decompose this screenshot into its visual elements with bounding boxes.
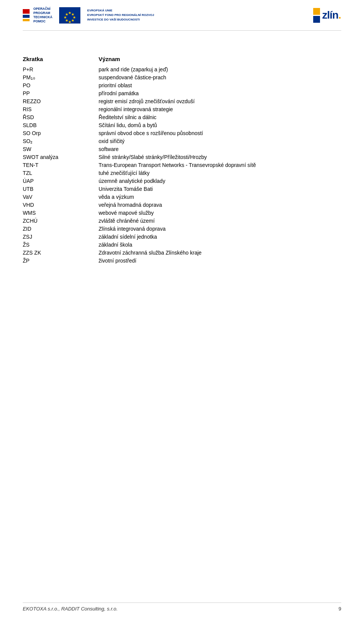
table-row: SO₂oxid siřičitý (23, 137, 341, 145)
table-row: ŘSDŘeditelství silnic a dálnic (23, 113, 341, 121)
table-row: VHDveřejná hromadná doprava (23, 201, 341, 209)
page: OPERAČNÍ PROGRAM TECHNICKÁ POMOC ★ (0, 0, 364, 623)
meaning-cell: regionální integrovaná strategie (99, 105, 341, 113)
table-row: ZIDZlínská integrovaná doprava (23, 225, 341, 233)
table-row: REZZOregistr emisí zdrojů znečišťování o… (23, 97, 341, 105)
main-content: Zkratka Význam P+Rpark and ride (zaparku… (23, 42, 341, 264)
table-row: SWOT analýzaSilné stránky/Slabé stránky/… (23, 153, 341, 161)
meaning-cell: Ředitelství silnic a dálnic (99, 113, 341, 121)
footer-company: EKOTOXA s.r.o., RADDIT Consulting, s.r.o… (23, 606, 118, 612)
logo-optp: OPERAČNÍ PROGRAM TECHNICKÁ POMOC (23, 7, 52, 24)
table-row: TZLtuhé znečišťující látky (23, 169, 341, 177)
square-yellow (313, 8, 320, 15)
abbr-cell: REZZO (23, 97, 99, 105)
logo-optp-text: OPERAČNÍ PROGRAM TECHNICKÁ POMOC (33, 7, 52, 24)
table-row: ŽPživotní prostředí (23, 256, 341, 264)
table-row: WMSwebové mapové služby (23, 209, 341, 217)
table-row: ZSJzákladní sídelní jednotka (23, 233, 341, 241)
meaning-cell: Zlínská integrovaná doprava (99, 225, 341, 233)
header: OPERAČNÍ PROGRAM TECHNICKÁ POMOC ★ (23, 0, 341, 30)
abbr-cell: SO₂ (23, 137, 99, 145)
meaning-cell: Sčítání lidu, domů a bytů (99, 121, 341, 129)
abbr-cell: TZL (23, 169, 99, 177)
abbr-cell: PM₁₀ (23, 73, 99, 81)
abbr-cell: SWOT analýza (23, 153, 99, 161)
table-row: UTBUniverzita Tomáše Bati (23, 185, 341, 193)
eu-text-line1: EVROPSKÁ UNIE (87, 8, 154, 13)
abbr-cell: P+R (23, 65, 99, 73)
meaning-cell: veřejná hromadná doprava (99, 201, 341, 209)
meaning-cell: základní škola (99, 241, 341, 249)
square-blue (313, 16, 320, 23)
meaning-cell: webové mapové služby (99, 209, 341, 217)
meaning-cell: správní obvod obce s rozšířenou působnos… (99, 129, 341, 137)
header-logos: OPERAČNÍ PROGRAM TECHNICKÁ POMOC ★ (23, 7, 154, 24)
header-divider (23, 30, 341, 31)
table-row: SWsoftware (23, 145, 341, 153)
col-header-meaning: Význam (99, 56, 341, 65)
abbr-cell: SO Orp (23, 129, 99, 137)
col-header-abbr: Zkratka (23, 56, 99, 65)
bar-red (23, 9, 30, 14)
meaning-cell: suspendované částice-prach (99, 73, 341, 81)
bar-yellow (23, 19, 30, 21)
table-row: SLDBSčítání lidu, domů a bytů (23, 121, 341, 129)
meaning-cell: věda a výzkum (99, 193, 341, 201)
abbr-cell: SW (23, 145, 99, 153)
meaning-cell: Univerzita Tomáše Bati (99, 185, 341, 193)
abbr-cell: ŽP (23, 256, 99, 264)
logo-zlin: zlín. (313, 8, 341, 23)
abbr-cell: ÚAP (23, 177, 99, 185)
meaning-cell: Zdravotní záchranná služba Zlínského kra… (99, 249, 341, 256)
abbr-cell: UTB (23, 185, 99, 193)
table-row: SO Orpsprávní obvod obce s rozšířenou pů… (23, 129, 341, 137)
footer-page-number: 9 (339, 606, 341, 612)
meaning-cell: Silné stránky/Slabé stránky/Příležitosti… (99, 153, 341, 161)
zlin-squares (313, 8, 320, 23)
meaning-cell: registr emisí zdrojů znečišťování ovzduš… (99, 97, 341, 105)
abbr-cell: VHD (23, 201, 99, 209)
meaning-cell: zvláště chráněné území (99, 217, 341, 225)
abbr-cell: SLDB (23, 121, 99, 129)
abbr-cell: ZZS ZK (23, 249, 99, 256)
table-row: PPpřírodní památka (23, 89, 341, 97)
meaning-cell: Trans-European Transport Networks - Tran… (99, 161, 341, 169)
abbr-cell: VaV (23, 193, 99, 201)
abbr-cell: ŘSD (23, 113, 99, 121)
abbr-cell: TEN-T (23, 161, 99, 169)
zlin-dot: . (338, 9, 341, 21)
meaning-cell: software (99, 145, 341, 153)
table-row: TEN-TTrans-European Transport Networks -… (23, 161, 341, 169)
abbr-cell: RIS (23, 105, 99, 113)
table-row: ÚAPúzemně analytické podklady (23, 177, 341, 185)
table-row: ZCHÚzvláště chráněné území (23, 217, 341, 225)
table-row: ŽSzákladní škola (23, 241, 341, 249)
abbr-cell: WMS (23, 209, 99, 217)
logo-optp-bars (23, 9, 30, 21)
meaning-cell: přírodní památka (99, 89, 341, 97)
meaning-cell: základní sídelní jednotka (99, 233, 341, 241)
table-row: RISregionální integrovaná strategie (23, 105, 341, 113)
bar-blue (23, 15, 30, 18)
zlin-word: zlín (322, 9, 339, 21)
abbreviation-table: Zkratka Význam P+Rpark and ride (zaparku… (23, 56, 341, 264)
abbr-cell: PP (23, 89, 99, 97)
table-row: P+Rpark and ride (zaparkuj a jeď) (23, 65, 341, 73)
table-row: VaVvěda a výzkum (23, 193, 341, 201)
table-row: POprioritní oblast (23, 81, 341, 89)
meaning-cell: oxid siřičitý (99, 137, 341, 145)
meaning-cell: životní prostředí (99, 256, 341, 264)
table-row: ZZS ZKZdravotní záchranná služba Zlínské… (23, 249, 341, 256)
meaning-cell: prioritní oblast (99, 81, 341, 89)
meaning-cell: územně analytické podklady (99, 177, 341, 185)
abbr-cell: ZSJ (23, 233, 99, 241)
logo-eu-stars: ★ (59, 7, 80, 24)
abbr-cell: ZID (23, 225, 99, 233)
eu-text-line2: EVROPSKÝ FOND PRO REGIONÁLNÍ ROZVOJ (87, 13, 154, 17)
logo-eu-text-block: EVROPSKÁ UNIE EVROPSKÝ FOND PRO REGIONÁL… (87, 8, 154, 22)
meaning-cell: tuhé znečišťující látky (99, 169, 341, 177)
abbr-cell: PO (23, 81, 99, 89)
meaning-cell: park and ride (zaparkuj a jeď) (99, 65, 341, 73)
zlin-wordmark: zlín. (322, 9, 341, 21)
footer: EKOTOXA s.r.o., RADDIT Consulting, s.r.o… (23, 603, 341, 612)
